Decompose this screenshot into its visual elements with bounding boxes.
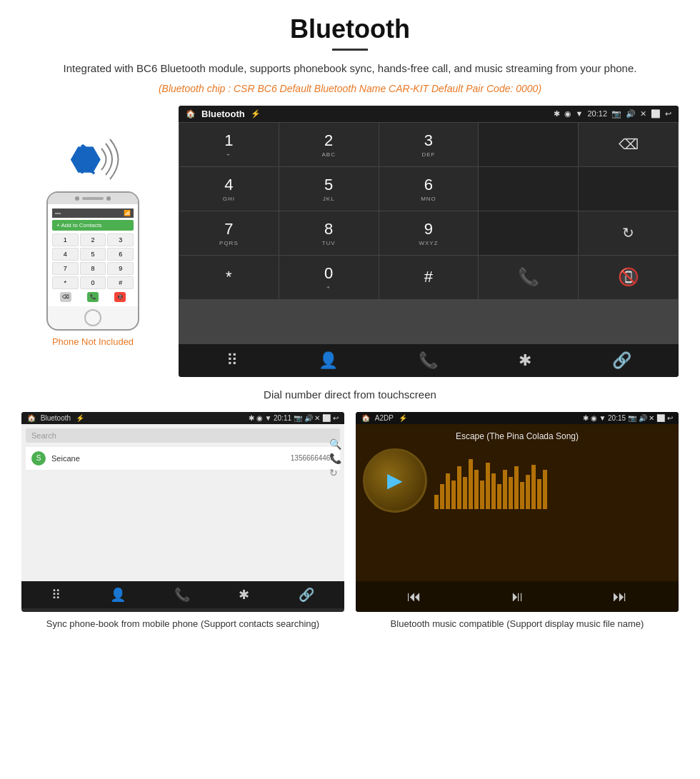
phone-top-bar <box>48 193 138 204</box>
dial-backspace-btn[interactable]: ⌫ <box>579 123 678 166</box>
music-back-icon[interactable]: ↩ <box>667 414 673 422</box>
signal-icon: ▼ <box>576 109 584 118</box>
dial-key-6[interactable]: 6 MNO <box>379 167 479 211</box>
toolbar-phone-icon[interactable]: 📞 <box>419 351 438 370</box>
phone-key-1: 1 <box>52 233 79 246</box>
contacts-toolbar-person[interactable]: 👤 <box>110 587 126 603</box>
music-main-area: ▶ <box>363 448 671 513</box>
music-screen: 🏠 A2DP ⚡ ✱ ◉ ▼ 20:15 📷 🔊 ✕ ⬜ ↩ <box>356 412 679 612</box>
dial-key-9[interactable]: 9 WXYZ <box>379 211 479 255</box>
dial-key-2[interactable]: 2 ABC <box>279 123 379 166</box>
orange-info: (Bluetooth chip : CSR BC6 Default Blueto… <box>21 83 679 94</box>
contacts-toolbar-bt[interactable]: ✱ <box>239 587 249 603</box>
bt-status-icon: ✱ <box>554 109 560 119</box>
dial-key-hash[interactable]: # <box>379 256 479 299</box>
volume-icon[interactable]: 🔊 <box>626 109 636 119</box>
music-playpause-btn[interactable]: ⏯ <box>510 588 524 605</box>
search-placeholder: Search <box>31 431 56 440</box>
contact-row[interactable]: S Seicane 13566664466 <box>26 447 340 471</box>
eq-bar <box>480 481 484 509</box>
dial-key-1[interactable]: 1 ⌁ <box>179 123 279 166</box>
contacts-win-icon[interactable]: ⬜ <box>322 414 331 422</box>
album-bt-icon: ▶ <box>387 468 403 492</box>
music-win-icon[interactable]: ⬜ <box>656 414 665 422</box>
contacts-close-icon[interactable]: ✕ <box>314 414 320 422</box>
phone-key-5: 5 <box>80 248 106 261</box>
dial-key-4[interactable]: 4 GHI <box>179 167 279 211</box>
music-panel: 🏠 A2DP ⚡ ✱ ◉ ▼ 20:15 📷 🔊 ✕ ⬜ ↩ <box>356 412 679 630</box>
music-song-title: Escape (The Pina Colada Song) <box>456 431 579 441</box>
title-divider <box>332 49 368 51</box>
dial-display-area <box>479 123 578 166</box>
contacts-toolbar-grid[interactable]: ⠿ <box>51 587 61 603</box>
contact-name: Seicane <box>51 454 291 463</box>
phone-area: ✔ ⬣ <box>21 106 164 347</box>
music-next-btn[interactable]: ⏭ <box>613 588 627 605</box>
home-icon[interactable]: 🏠 <box>186 109 196 119</box>
music-close-icon[interactable]: ✕ <box>649 414 654 422</box>
dial-key-8[interactable]: 8 TUV <box>279 211 379 255</box>
phone-key-hash: # <box>107 276 134 289</box>
contacts-search-box[interactable]: Search <box>26 428 340 443</box>
phone-key-4: 4 <box>52 248 79 261</box>
toolbar-link-icon[interactable]: 🔗 <box>612 351 631 370</box>
subtitle-text: Integrated with BC6 Bluetooth module, su… <box>21 61 679 77</box>
phone-keypad: 1 2 3 4 5 6 7 8 9 * 0 # <box>52 233 134 289</box>
phone-earpiece <box>82 197 104 200</box>
eq-bar <box>457 466 461 509</box>
window-icon[interactable]: ⬜ <box>651 109 661 119</box>
dial-key-star[interactable]: * <box>179 256 279 299</box>
contacts-screen-title: Bluetooth <box>41 414 71 422</box>
phone-key-6: 6 <box>107 248 134 261</box>
eq-bar <box>497 484 501 509</box>
music-cam-icon[interactable]: 📷 <box>628 414 636 422</box>
phone-speaker <box>75 196 79 201</box>
camera-icon[interactable]: 📷 <box>611 109 621 119</box>
contacts-toolbar-link[interactable]: 🔗 <box>299 587 314 603</box>
contacts-loc-icon: ◉ <box>256 414 263 422</box>
back-icon[interactable]: ↩ <box>665 109 671 119</box>
dial-key-7[interactable]: 7 PQRS <box>179 211 279 255</box>
contact-number: 13566664466 <box>291 454 334 462</box>
dial-refresh-btn[interactable]: ↻ <box>579 211 678 255</box>
dial-blank-3 <box>579 167 678 211</box>
contacts-home-icon[interactable]: 🏠 <box>27 414 36 422</box>
contacts-toolbar: ⠿ 👤 📞 ✱ 🔗 <box>21 581 344 608</box>
music-home-icon[interactable]: 🏠 <box>361 414 370 422</box>
toolbar-contacts-icon[interactable]: 👤 <box>319 351 338 370</box>
dial-key-5[interactable]: 5 JKL <box>279 167 379 211</box>
contacts-panel: 🏠 Bluetooth ⚡ ✱ ◉ ▼ 20:11 📷 🔊 ✕ ⬜ ↩ <box>21 412 344 630</box>
panel2-caption: Bluetooth music compatible (Support disp… <box>356 618 679 630</box>
eq-bar <box>434 495 439 509</box>
music-usb-icon: ⚡ <box>399 414 407 422</box>
phone-status-bar: ••• 📶 <box>52 208 134 218</box>
contacts-time: 20:11 <box>274 414 291 422</box>
music-prev-btn[interactable]: ⏮ <box>407 588 421 605</box>
phone-key-3: 3 <box>107 233 134 246</box>
contacts-refresh-icon[interactable]: ↻ <box>329 467 341 478</box>
contacts-usb-icon: ⚡ <box>76 414 84 422</box>
dial-end-btn[interactable]: 📵 <box>579 256 678 299</box>
music-bt-icon: ✱ <box>583 414 589 422</box>
eq-bar <box>474 470 479 509</box>
music-controls: ⏮ ⏯ ⏭ <box>356 581 679 612</box>
music-vol-icon[interactable]: 🔊 <box>639 414 647 422</box>
contacts-cam-icon[interactable]: 📷 <box>294 414 302 422</box>
contacts-vol-icon[interactable]: 🔊 <box>304 414 313 422</box>
dial-call-btn[interactable]: 📞 <box>479 256 578 299</box>
contacts-status-right: ✱ ◉ ▼ 20:11 📷 🔊 ✕ ⬜ ↩ <box>249 414 339 422</box>
dial-key-0[interactable]: 0 + <box>279 256 379 299</box>
toolbar-grid-icon[interactable]: ⠿ <box>226 351 238 370</box>
contacts-toolbar-phone[interactable]: 📞 <box>174 587 190 603</box>
toolbar-bluetooth-icon[interactable]: ✱ <box>519 351 531 370</box>
music-status-bar: 🏠 A2DP ⚡ ✱ ◉ ▼ 20:15 📷 🔊 ✕ ⬜ ↩ <box>356 412 679 424</box>
close-icon[interactable]: ✕ <box>640 109 646 119</box>
dial-key-3[interactable]: 3 DEF <box>379 123 479 166</box>
equalizer-bars <box>434 452 671 509</box>
contacts-search-icon[interactable]: 🔍 <box>329 438 341 450</box>
contacts-back-icon[interactable]: ↩ <box>333 414 339 422</box>
phone-dialer-header: + Add to Contacts <box>52 220 134 231</box>
contacts-call-icon[interactable]: 📞 <box>329 453 341 464</box>
dial-blank-2 <box>479 167 578 211</box>
eq-bar <box>520 482 524 509</box>
